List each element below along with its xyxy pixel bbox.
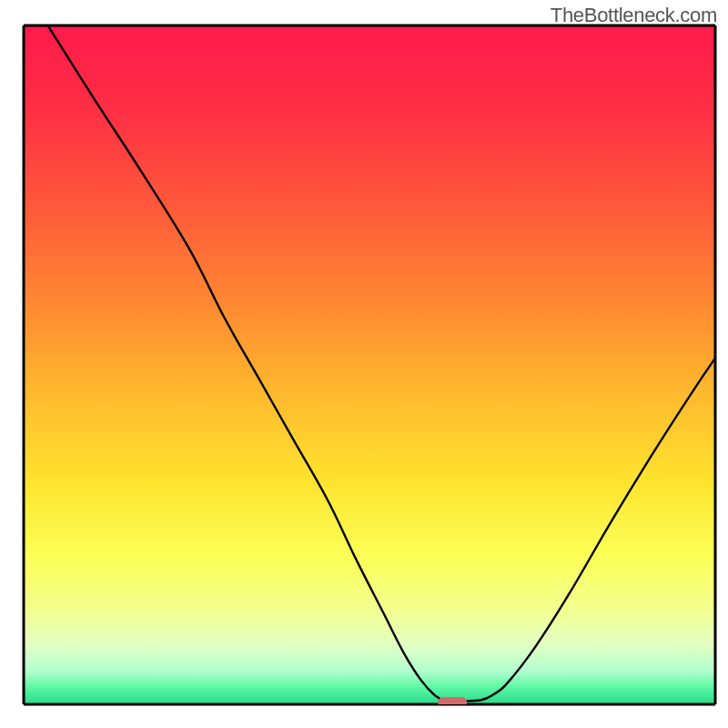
watermark-text: TheBottleneck.com [551,4,717,27]
chart-container: TheBottleneck.com [0,0,728,728]
optimal-marker [438,697,467,708]
bottleneck-chart [0,0,728,728]
chart-background [24,25,715,704]
